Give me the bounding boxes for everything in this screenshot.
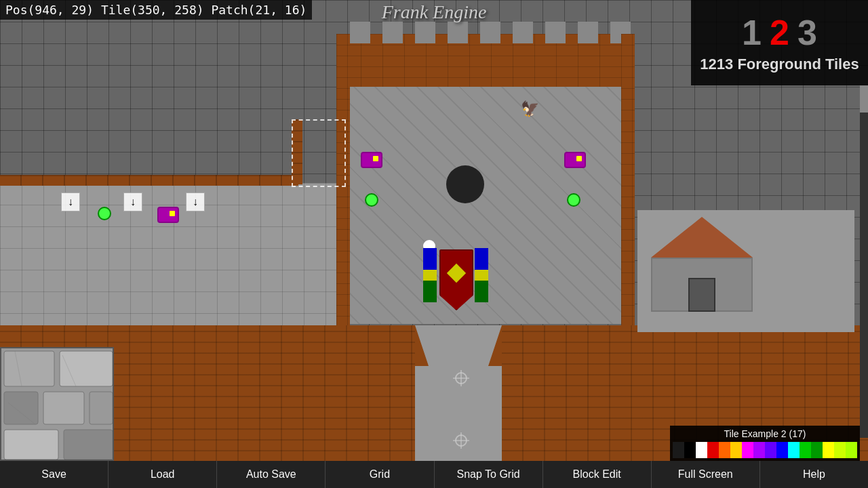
color-swatch[interactable]: [788, 442, 800, 458]
svg-rect-7: [4, 351, 54, 386]
color-swatch[interactable]: [684, 442, 696, 458]
tile-example-title: Tile Example 2 (17): [673, 428, 857, 439]
color-swatch[interactable]: [730, 442, 742, 458]
block-edit-button[interactable]: Block Edit: [543, 461, 652, 488]
color-swatch[interactable]: [846, 442, 857, 458]
selection-border-left: [292, 119, 346, 187]
layer-numbers: 1 2 3: [742, 12, 817, 53]
bird-cursor: 🦅: [521, 100, 539, 118]
crosshair-1: [453, 370, 469, 386]
svg-rect-10: [43, 392, 84, 424]
tile-preview-inner: [1, 348, 113, 460]
color-swatch[interactable]: [776, 442, 788, 458]
scrollbar-right[interactable]: [860, 85, 868, 438]
layer-3-num[interactable]: 3: [797, 12, 817, 53]
castle-wall-right: [621, 34, 635, 325]
color-swatch[interactable]: [811, 442, 823, 458]
battlement-5: [480, 22, 500, 43]
battlement-1: [350, 22, 370, 43]
auto-save-button[interactable]: Auto Save: [217, 461, 326, 488]
marker-arrow-1: ↓: [61, 192, 80, 211]
color-swatch[interactable]: [834, 442, 846, 458]
svg-rect-13: [64, 430, 113, 460]
tile-example-panel[interactable]: Tile Example 2 (17): [670, 426, 860, 461]
toolbar[interactable]: SaveLoadAuto SaveGridSnap To GridBlock E…: [0, 461, 868, 488]
layer-label: 1213 Foreground Tiles: [700, 56, 859, 73]
layer-1-num[interactable]: 1: [742, 12, 762, 53]
color-swatch[interactable]: [696, 442, 707, 458]
battlement-7: [545, 22, 566, 43]
svg-rect-9: [4, 392, 38, 424]
hut-structure: [651, 217, 753, 312]
color-swatch[interactable]: [823, 442, 834, 458]
svg-rect-12: [4, 430, 58, 460]
color-swatch[interactable]: [719, 442, 730, 458]
svg-rect-8: [60, 351, 113, 386]
purple-enemy-1: [157, 207, 179, 223]
marker-arrow-3: ↓: [186, 192, 205, 211]
color-swatch[interactable]: [742, 442, 753, 458]
grid-button[interactable]: Grid: [326, 461, 434, 488]
color-swatch[interactable]: [753, 442, 765, 458]
green-circle-3: [567, 193, 580, 207]
layer-2-num[interactable]: 2: [770, 12, 789, 53]
engine-title: Frank Engine: [382, 0, 487, 23]
battlement-6: [513, 22, 533, 43]
scrollbar-thumb[interactable]: [860, 85, 868, 113]
crosshair-2: [453, 432, 469, 449]
layer-panel[interactable]: 1 2 3 1213 Foreground Tiles: [691, 0, 868, 85]
purple-enemy-3: [564, 152, 586, 168]
cannonball: [446, 165, 484, 203]
help-button[interactable]: Help: [760, 461, 868, 488]
snap-to-grid-button[interactable]: Snap To Grid: [435, 461, 543, 488]
purple-enemy-2: [361, 152, 382, 168]
battlement-3: [415, 22, 435, 43]
color-swatch[interactable]: [673, 442, 684, 458]
battlement-2: [382, 22, 403, 43]
battlement-8: [578, 22, 598, 43]
green-circle-2: [365, 193, 378, 207]
color-swatch[interactable]: [707, 442, 719, 458]
brick-band-left-top: [0, 175, 298, 186]
color-swatch[interactable]: [765, 442, 776, 458]
tile-preview: [0, 347, 114, 461]
load-button[interactable]: Load: [108, 461, 217, 488]
position-info: Pos(946, 29) Tile(350, 258) Patch(21, 16…: [0, 0, 312, 20]
save-button[interactable]: Save: [0, 461, 108, 488]
color-swatches: [673, 442, 857, 458]
knight-sprite: [419, 243, 494, 331]
color-swatch[interactable]: [800, 442, 811, 458]
svg-rect-11: [90, 392, 113, 424]
green-circle-1: [98, 207, 111, 220]
full-screen-button[interactable]: Full Screen: [652, 461, 760, 488]
marker-arrow-2: ↓: [123, 192, 142, 211]
battlement-4: [448, 22, 468, 43]
